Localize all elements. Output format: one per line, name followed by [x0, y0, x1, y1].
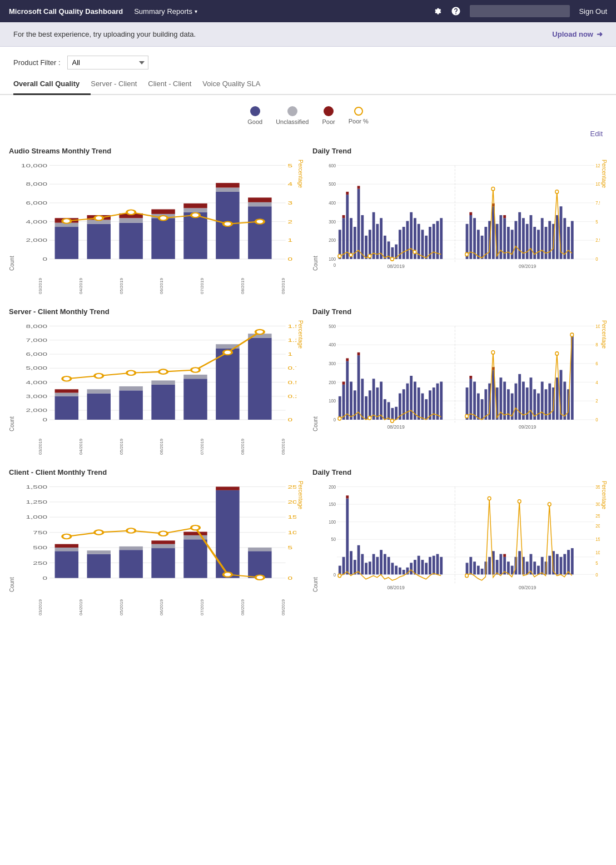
- audio-daily-chart-block: Daily Trend Count 600 500: [312, 147, 607, 294]
- svg-point-315: [159, 531, 167, 536]
- upload-now-link[interactable]: Upload now ➜: [552, 30, 603, 38]
- svg-rect-229: [425, 399, 428, 420]
- svg-point-269: [491, 351, 495, 354]
- svg-rect-375: [496, 560, 499, 574]
- legend-good: Good: [247, 106, 262, 125]
- svg-rect-24: [119, 223, 142, 259]
- svg-rect-21: [87, 224, 111, 259]
- svg-rect-378: [503, 554, 506, 557]
- svg-rect-367: [466, 563, 469, 574]
- svg-rect-238: [477, 394, 480, 420]
- svg-rect-392: [556, 554, 559, 575]
- svg-rect-384: [526, 561, 529, 574]
- svg-text:500: 500: [329, 324, 336, 329]
- svg-text:0: 0: [42, 575, 47, 580]
- svg-rect-368: [469, 557, 472, 575]
- arrow-right-icon: ➜: [597, 30, 603, 38]
- svg-rect-350: [380, 550, 382, 574]
- svg-text:3: 3: [288, 201, 293, 206]
- tab-overall-call-quality[interactable]: Overall Call Quality: [13, 74, 91, 95]
- svg-rect-296: [55, 548, 78, 551]
- svg-text:1,500: 1,500: [26, 484, 47, 489]
- svg-rect-204: [342, 385, 345, 420]
- svg-rect-216: [376, 387, 379, 420]
- svg-rect-205: [342, 382, 345, 385]
- nav-summary-reports[interactable]: Summary Reports ▾: [134, 7, 200, 16]
- client-monthly-svg: 1,500 1,250 1,000 750 500 250 0 25 20 15…: [17, 481, 296, 592]
- svg-rect-206: [346, 361, 349, 420]
- svg-text:0.5: 0.5: [288, 380, 296, 385]
- server-chart-row: Server - Client Monthly Trend Count 8,00…: [9, 307, 607, 455]
- svg-text:300: 300: [329, 361, 336, 366]
- tab-client-client[interactable]: Client - Client: [148, 74, 202, 95]
- svg-rect-360: [418, 556, 420, 575]
- svg-rect-225: [410, 376, 413, 420]
- svg-point-131: [391, 257, 394, 261]
- svg-text:8,000: 8,000: [26, 182, 47, 187]
- svg-rect-75: [365, 236, 367, 259]
- svg-rect-297: [55, 544, 78, 548]
- svg-rect-262: [563, 382, 566, 420]
- svg-rect-95: [440, 218, 443, 259]
- client-chart-row: Client - Client Monthly Trend Count 1,50…: [9, 468, 607, 615]
- svg-rect-126: [567, 227, 570, 259]
- svg-rect-162: [55, 396, 78, 420]
- svg-text:8: 8: [595, 342, 598, 347]
- svg-text:0: 0: [334, 262, 336, 267]
- svg-text:150: 150: [329, 502, 336, 507]
- help-icon[interactable]: [451, 6, 461, 16]
- svg-rect-210: [357, 355, 360, 420]
- audio-monthly-chart-block: Audio Streams Monthly Trend Count 10,000: [9, 147, 304, 294]
- client-monthly-x-labels: 03/2019 04/2019 05/2019 06/2019 07/2019 …: [9, 593, 304, 615]
- audio-monthly-inner: 10,000 8,000 6,000 4,000 2,000 0 5 4 3 2…: [17, 160, 296, 271]
- svg-text:750: 750: [33, 530, 47, 535]
- settings-icon[interactable]: [432, 6, 442, 16]
- svg-text:09/2019: 09/2019: [519, 424, 536, 429]
- svg-rect-369: [473, 561, 476, 574]
- svg-text:0: 0: [595, 257, 598, 262]
- svg-rect-227: [418, 387, 420, 420]
- svg-text:20: 20: [595, 524, 600, 529]
- svg-text:0: 0: [334, 417, 336, 422]
- brand-label: Microsoft Call Quality Dashboard: [9, 7, 123, 16]
- svg-rect-231: [433, 387, 435, 420]
- server-monthly-inner: 8,000 7,000 6,000 5,000 4,000 3,000 2,00…: [17, 320, 296, 431]
- svg-rect-169: [151, 385, 175, 420]
- svg-rect-237: [473, 382, 476, 420]
- svg-rect-345: [361, 554, 364, 575]
- search-input[interactable]: [470, 5, 570, 17]
- svg-rect-172: [183, 375, 207, 379]
- svg-rect-71: [354, 227, 356, 259]
- svg-point-270: [555, 352, 559, 355]
- svg-rect-358: [410, 563, 413, 574]
- audio-monthly-x-labels: 03/2019 04/2019 05/2019 06/2019 07/2019 …: [9, 272, 304, 294]
- svg-text:30: 30: [595, 502, 600, 507]
- svg-text:300: 300: [329, 219, 336, 224]
- svg-text:400: 400: [329, 342, 336, 347]
- tab-voice-quality-sla[interactable]: Voice Quality SLA: [202, 74, 271, 95]
- edit-button[interactable]: Edit: [590, 130, 603, 138]
- svg-rect-208: [350, 382, 352, 420]
- svg-rect-239: [481, 399, 484, 420]
- server-monthly-chart: Count 8,000 7,000 6,000 5,00: [9, 320, 304, 431]
- svg-rect-214: [369, 390, 371, 420]
- client-monthly-y-left: Count: [9, 481, 15, 592]
- svg-text:08/2019: 08/2019: [387, 424, 404, 429]
- product-filter-select[interactable]: All Skype for Business Teams: [67, 56, 148, 69]
- svg-point-177: [62, 376, 71, 381]
- chart-legend: Good Unclassified Poor Poor %: [0, 95, 616, 127]
- svg-rect-346: [365, 563, 367, 574]
- svg-point-41: [127, 210, 135, 215]
- sign-out-button[interactable]: Sign Out: [579, 7, 607, 16]
- svg-rect-228: [421, 394, 424, 420]
- tab-server-client[interactable]: Server - Client: [91, 74, 148, 95]
- svg-point-314: [127, 528, 135, 533]
- svg-rect-34: [216, 188, 239, 192]
- svg-rect-87: [410, 212, 413, 259]
- svg-rect-221: [395, 407, 398, 420]
- svg-point-267: [391, 419, 394, 422]
- audio-daily-title: Daily Trend: [312, 147, 607, 155]
- svg-rect-175: [248, 338, 271, 420]
- svg-rect-366: [440, 557, 443, 575]
- audio-chart-row: Audio Streams Monthly Trend Count 10,000: [9, 147, 607, 294]
